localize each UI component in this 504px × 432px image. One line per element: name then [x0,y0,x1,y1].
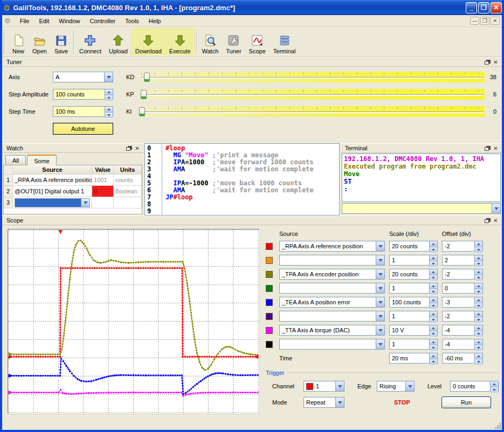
time-offset-stepper[interactable]: -60 ms [442,353,483,364]
tuner-close-icon[interactable]: ✕ [492,59,500,66]
channel-offset-stepper[interactable]: -2 [442,311,483,322]
channel-offset-stepper[interactable]: -2 [442,241,483,252]
spin-down-icon[interactable] [475,345,482,351]
ki-slider-handle[interactable] [139,107,145,116]
terminal-button[interactable]: Terminal [270,28,300,55]
channel-source-select[interactable]: _RPA Axis A reference position [279,241,385,252]
menu-window[interactable]: Window [54,16,85,26]
spin-down-icon[interactable] [430,317,437,323]
spin-up-icon[interactable] [105,107,113,113]
watch-float-icon[interactable] [124,145,132,152]
execute-button[interactable]: Execute [165,28,195,55]
code-editor[interactable]: 0123456789 #loop MG "Move" ;'print a mes… [144,143,340,215]
spin-up-icon[interactable] [430,311,437,317]
tab-some[interactable]: Some [27,155,57,165]
code-area[interactable]: #loop MG "Move" ;'print a message IPA=10… [162,144,339,215]
trigger-mode-select[interactable]: Repeat [303,397,344,408]
spin-down-icon[interactable] [430,275,437,281]
spin-down-icon[interactable] [105,113,113,118]
autotune-button[interactable]: Autotune [53,123,113,135]
spin-up-icon[interactable] [430,255,437,261]
spin-down-icon[interactable] [475,275,482,281]
mdi-restore-button[interactable]: ❐ [480,17,489,25]
menu-file[interactable]: File [15,16,34,26]
minimize-button[interactable]: _ [466,2,477,13]
channel-scale-stepper[interactable]: 1 [389,311,438,322]
ki-slider[interactable] [139,106,485,117]
chevron-down-icon[interactable] [376,339,384,349]
spin-up-icon[interactable] [475,311,482,317]
scope-button[interactable]: Scope [245,28,270,55]
channel-scale-stepper[interactable]: 100 counts [389,297,438,308]
spin-down-icon[interactable] [475,289,482,295]
spin-up-icon[interactable] [475,325,482,331]
channel-scale-stepper[interactable]: 1 [389,339,438,350]
spin-down-icon[interactable] [475,317,482,323]
maximize-button[interactable]: ❐ [478,2,489,13]
spin-up-icon[interactable] [430,325,437,331]
channel-offset-stepper[interactable]: 0 [442,283,483,294]
spin-up-icon[interactable] [475,269,482,275]
channel-source-select[interactable] [279,339,385,350]
scope-close-icon[interactable]: ✕ [492,217,500,224]
spin-down-icon[interactable] [430,261,437,267]
spin-down-icon[interactable] [475,303,482,309]
channel-source-select[interactable]: _TEA Axis A position error [279,297,385,308]
channel-source-select[interactable]: _TTA Axis A torque (DAC) [279,325,385,336]
time-scale-stepper[interactable]: 20 ms [389,353,438,364]
trigger-edge-select[interactable]: Rising [377,381,415,392]
save-button[interactable]: Save [51,28,72,55]
resize-grip[interactable] [494,422,501,429]
spin-up-icon[interactable] [430,339,437,345]
menu-tools[interactable]: Tools [120,16,144,26]
channel-source-select[interactable] [279,311,385,322]
mdi-minimize-button[interactable]: — [470,17,479,25]
chevron-down-icon[interactable] [335,381,344,391]
spin-up-icon[interactable] [430,241,437,247]
tuner-button[interactable]: Tuner [222,28,245,55]
spin-up-icon[interactable] [430,297,437,303]
spin-up-icon[interactable] [105,89,113,95]
open-button[interactable]: Open [29,28,51,55]
chevron-down-icon[interactable] [376,269,384,279]
spin-down-icon[interactable] [105,95,113,101]
spin-up-icon[interactable] [475,241,482,247]
channel-offset-stepper[interactable]: -4 [442,339,483,350]
axis-select[interactable]: A [53,72,113,82]
chevron-down-icon[interactable] [376,325,384,335]
watch-button[interactable]: Watch [198,28,223,55]
spin-down-icon[interactable] [430,303,437,309]
spin-down-icon[interactable] [430,345,437,351]
menu-controller[interactable]: Controller [85,16,120,26]
channel-offset-stepper[interactable]: 2 [442,255,483,266]
chevron-down-icon[interactable] [335,398,344,407]
trigger-level-stepper[interactable]: 0 counts [450,381,499,392]
chevron-down-icon[interactable] [405,381,414,391]
terminal-float-icon[interactable] [482,145,491,152]
kd-slider-handle[interactable] [144,73,150,82]
close-button[interactable]: ✕ [491,2,502,13]
channel-source-select[interactable] [279,283,385,294]
source-cell[interactable] [13,197,92,208]
channel-scale-stepper[interactable]: 1 [389,255,438,266]
spin-down-icon[interactable] [475,247,482,253]
chevron-down-icon[interactable] [492,204,500,213]
channel-scale-stepper[interactable]: 20 counts [389,241,438,252]
upload-button[interactable]: Upload [105,28,132,55]
toolbar-drag-handle[interactable] [3,30,7,53]
terminal-command-input[interactable] [342,203,501,214]
channel-scale-stepper[interactable]: 10 V [389,325,438,336]
chevron-down-icon[interactable] [376,241,384,251]
spin-up-icon[interactable] [475,255,482,261]
spin-down-icon[interactable] [430,247,437,253]
kd-slider[interactable] [139,72,485,82]
channel-scale-stepper[interactable]: 1 [389,283,438,294]
channel-source-select[interactable] [279,255,385,266]
spin-up-icon[interactable] [430,269,437,275]
channel-offset-stepper[interactable]: -2 [442,269,483,280]
spin-up-icon[interactable] [475,339,482,345]
source-cell[interactable]: _RPA Axis A reference position [13,175,92,186]
channel-offset-stepper[interactable]: -3 [442,297,483,308]
tuner-float-icon[interactable] [482,59,491,66]
run-button[interactable]: Run [441,396,491,408]
